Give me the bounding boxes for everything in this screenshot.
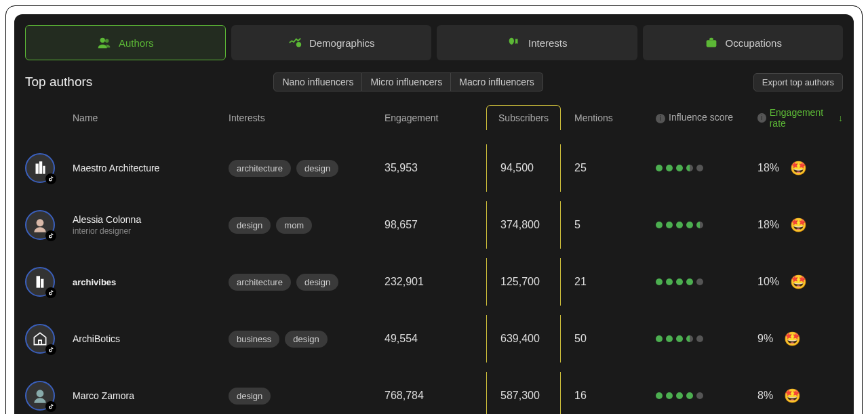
score-dot	[656, 335, 663, 342]
authors-icon	[97, 35, 112, 50]
tab-occupations[interactable]: Occupations	[643, 25, 844, 60]
section-title: Top authors	[25, 75, 92, 89]
author-name-cell[interactable]: Alessia Colonna interior designer	[73, 214, 229, 236]
reaction-emoji: 🤩	[790, 274, 807, 290]
svg-rect-9	[41, 279, 43, 288]
occupations-icon	[704, 35, 719, 50]
influence-cell	[656, 278, 757, 285]
interest-tag[interactable]: design	[229, 217, 271, 234]
author-name: ArchiBotics	[73, 333, 229, 344]
author-name: Maestro Architecture	[73, 163, 229, 173]
author-name: Alessia Colonna	[73, 214, 229, 225]
score-dot	[696, 222, 703, 228]
interest-tag[interactable]: architecture	[229, 160, 291, 177]
col-interests[interactable]: Interests	[229, 112, 384, 123]
table-header: Name Interests Engagement Subscribers Me…	[25, 100, 843, 140]
score-dot	[696, 278, 703, 285]
mentions-cell: 16	[574, 390, 656, 402]
reaction-emoji: 🤩	[790, 160, 807, 176]
tiktok-icon	[45, 401, 56, 412]
influencer-filter: Nano influencers Micro influencers Macro…	[273, 73, 542, 91]
table-row[interactable]: Marco Zamora design 768,784 587,300 16 8…	[25, 367, 843, 414]
score-dot	[686, 278, 693, 285]
score-dot	[686, 165, 693, 171]
col-name[interactable]: Name	[73, 112, 229, 123]
reaction-emoji: 🤩	[784, 388, 801, 404]
tiktok-icon	[45, 344, 56, 355]
score-dot	[696, 392, 703, 399]
main-tabs: Authors Demographics Interests Occupatio…	[25, 25, 843, 60]
influence-cell	[656, 335, 757, 342]
engagement-cell: 98,657	[384, 219, 486, 231]
svg-point-2	[296, 42, 301, 47]
author-name-cell[interactable]: Maestro Architecture	[73, 163, 229, 173]
svg-point-1	[105, 39, 109, 43]
avatar[interactable]	[25, 381, 55, 411]
interest-tag[interactable]: design	[296, 160, 338, 177]
svg-point-10	[37, 390, 44, 397]
tiktok-icon	[45, 173, 56, 184]
interests-icon	[507, 35, 521, 50]
avatar[interactable]	[25, 324, 55, 354]
tab-label: Occupations	[726, 37, 782, 49]
col-subscribers[interactable]: Subscribers	[486, 105, 561, 130]
score-dot	[676, 392, 683, 399]
table-row[interactable]: ArchiBotics businessdesign 49,554 639,40…	[25, 310, 843, 367]
col-engagement-rate[interactable]: iEngagement rate↓	[757, 107, 843, 129]
subscribers-cell: 587,300	[486, 372, 561, 415]
interest-tag[interactable]: design	[296, 274, 338, 291]
sort-desc-icon: ↓	[838, 112, 843, 123]
tiktok-icon	[45, 287, 56, 298]
table-row[interactable]: Alessia Colonna interior designer design…	[25, 196, 843, 253]
engagement-rate-cell: 18%🤩	[757, 160, 843, 176]
interest-tag[interactable]: design	[285, 331, 327, 348]
svg-rect-3	[706, 40, 716, 47]
author-name-cell[interactable]: ArchiBotics	[73, 333, 229, 344]
interest-tag[interactable]: design	[229, 388, 271, 405]
svg-rect-5	[39, 161, 42, 173]
tab-authors[interactable]: Authors	[25, 25, 226, 60]
interests-cell: businessdesign	[229, 331, 384, 348]
interest-tag[interactable]: business	[229, 331, 279, 348]
svg-rect-4	[36, 164, 39, 174]
filter-nano[interactable]: Nano influencers	[273, 73, 362, 91]
score-dot	[676, 165, 683, 171]
interests-cell: architecturedesign	[229, 160, 384, 177]
interest-tag[interactable]: architecture	[229, 274, 291, 291]
tab-interests[interactable]: Interests	[437, 25, 637, 60]
avatar[interactable]	[25, 153, 55, 183]
interests-cell: design	[229, 388, 384, 405]
engagement-rate-cell: 9%🤩	[757, 331, 843, 347]
avatar[interactable]	[25, 210, 55, 240]
info-icon: i	[656, 114, 665, 123]
export-button[interactable]: Export top authors	[753, 73, 843, 91]
score-dot	[686, 222, 693, 228]
reaction-emoji: 🤩	[790, 217, 807, 233]
interests-cell: designmom	[229, 217, 384, 234]
filter-macro[interactable]: Macro influencers	[451, 73, 543, 91]
engagement-rate-cell: 18%🤩	[757, 217, 843, 233]
author-subtitle: interior designer	[73, 226, 229, 236]
authors-table: Name Interests Engagement Subscribers Me…	[25, 100, 843, 414]
analytics-panel: Authors Demographics Interests Occupatio…	[14, 14, 854, 414]
col-mentions[interactable]: Mentions	[574, 112, 656, 123]
svg-rect-6	[43, 166, 45, 174]
tab-demographics[interactable]: Demographics	[231, 25, 432, 60]
table-row[interactable]: Maestro Architecture architecturedesign …	[25, 140, 843, 196]
author-name-cell[interactable]: archivibes	[73, 277, 229, 287]
author-name-cell[interactable]: Marco Zamora	[73, 390, 229, 401]
score-dot	[676, 335, 683, 342]
mentions-cell: 50	[574, 333, 656, 345]
filter-micro[interactable]: Micro influencers	[362, 73, 451, 91]
table-row[interactable]: archivibes architecturedesign 232,901 12…	[25, 253, 843, 310]
score-dot	[656, 222, 663, 228]
mentions-cell: 25	[574, 162, 656, 174]
col-engagement[interactable]: Engagement	[384, 112, 486, 123]
col-influence[interactable]: iInfluence score	[656, 112, 757, 123]
influence-cell	[656, 392, 757, 399]
score-dot	[656, 278, 663, 285]
avatar[interactable]	[25, 267, 55, 297]
score-dot	[676, 278, 683, 285]
engagement-cell: 232,901	[384, 276, 486, 288]
interest-tag[interactable]: mom	[276, 217, 312, 234]
